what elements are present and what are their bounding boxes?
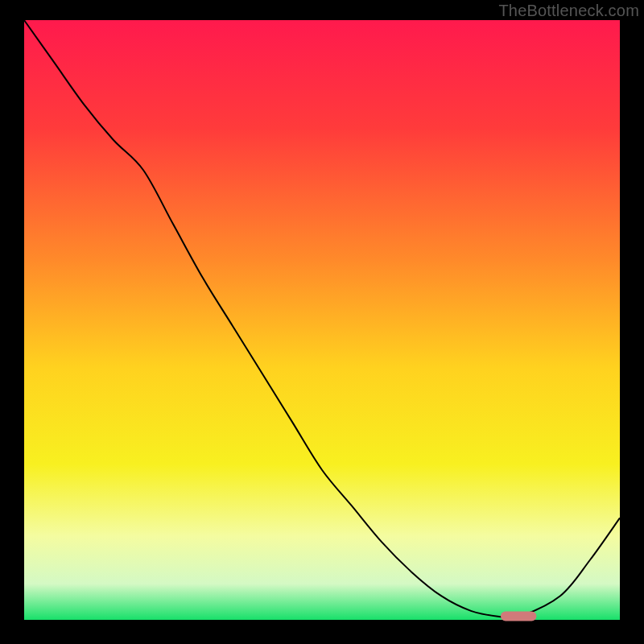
optimal-marker bbox=[501, 612, 536, 621]
watermark-text: TheBottleneck.com bbox=[498, 2, 639, 20]
bottleneck-chart bbox=[0, 0, 644, 644]
plot-background bbox=[24, 20, 620, 620]
